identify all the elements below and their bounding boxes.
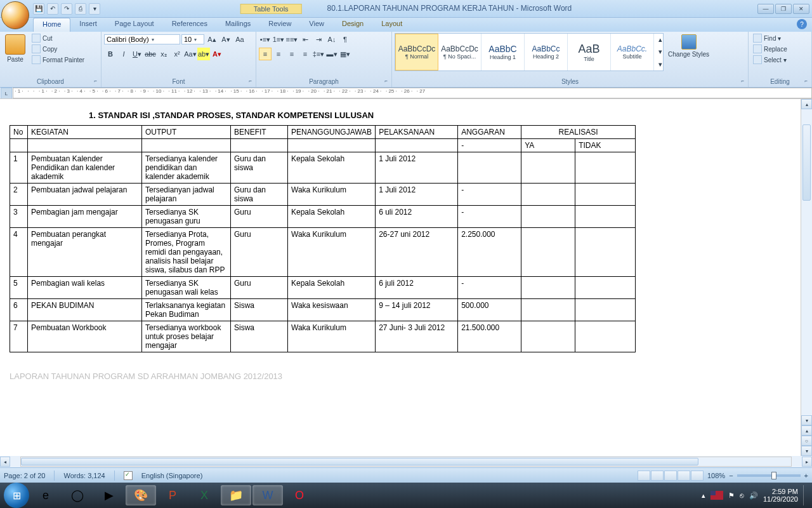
align-left-button[interactable]: ≡ bbox=[259, 48, 272, 60]
browse-object-icon[interactable]: ○ bbox=[801, 436, 812, 446]
status-page[interactable]: Page: 2 of 20 bbox=[4, 472, 45, 479]
change-case-button[interactable]: Aa▾ bbox=[184, 48, 197, 60]
zoom-out-button[interactable]: − bbox=[729, 472, 733, 479]
style-title[interactable]: AaBTitle bbox=[568, 34, 611, 70]
tab-insert[interactable]: Insert bbox=[70, 18, 106, 32]
cell-pel[interactable]: 26-27 uni 2012 bbox=[376, 228, 458, 277]
cell-ya[interactable] bbox=[521, 206, 575, 228]
select-button[interactable]: Select ▾ bbox=[751, 55, 789, 65]
horizontal-scrollbar[interactable]: ◂ ▸ bbox=[0, 456, 812, 467]
cell-tidak[interactable] bbox=[575, 206, 636, 228]
cell-benefit[interactable]: Guru bbox=[231, 206, 288, 228]
cell-ang[interactable]: - bbox=[458, 277, 521, 299]
horizontal-ruler[interactable]: L · 1 · · · · 1 · · 2 · · 3 · · 4 · · 5 … bbox=[0, 88, 812, 99]
style-no-spacing[interactable]: AaBbCcDc¶ No Spaci... bbox=[438, 34, 481, 70]
save-icon[interactable]: 💾 bbox=[33, 3, 44, 15]
cell-benefit[interactable]: Guru bbox=[231, 277, 288, 299]
zoom-thumb[interactable] bbox=[771, 472, 776, 479]
cell-pel[interactable]: 6 uli 2012 bbox=[376, 206, 458, 228]
cell-benefit[interactable]: Guru dan siswa bbox=[231, 184, 288, 206]
format-painter-button[interactable]: Format Painter bbox=[30, 55, 86, 65]
cell-pj[interactable]: Waka kesiswaan bbox=[288, 299, 376, 321]
multilevel-button[interactable]: ≡≡▾ bbox=[285, 33, 298, 46]
replace-button[interactable]: Replace bbox=[751, 44, 789, 54]
view-print-layout-button[interactable] bbox=[638, 471, 650, 481]
tray-action-center-icon[interactable]: ⚑ bbox=[728, 491, 735, 500]
zoom-value[interactable]: 108% bbox=[707, 472, 725, 479]
cell-no[interactable]: 3 bbox=[10, 206, 28, 228]
view-full-screen-button[interactable] bbox=[651, 471, 664, 481]
italic-button[interactable]: I bbox=[117, 48, 130, 60]
scroll-down-icon[interactable]: ▾ bbox=[801, 415, 812, 425]
scroll-up-icon[interactable]: ▴ bbox=[801, 99, 812, 109]
tab-review[interactable]: Review bbox=[259, 18, 300, 32]
zoom-in-button[interactable]: + bbox=[804, 472, 808, 479]
decrease-indent-button[interactable]: ⇤ bbox=[299, 33, 311, 46]
document-area[interactable]: 1. STANDAR ISI ,STANDAR PROSES, STANDAR … bbox=[0, 99, 801, 456]
style-normal[interactable]: AaBbCcDc¶ Normal bbox=[395, 34, 438, 70]
browse-next-icon[interactable]: ▾ bbox=[801, 446, 812, 456]
cell-tidak[interactable] bbox=[575, 299, 636, 321]
cell-ya[interactable] bbox=[521, 277, 575, 299]
tray-clock[interactable]: 2:59 PM 11/29/2020 bbox=[763, 488, 798, 503]
cell-output[interactable]: Tersedianya kalender pendidikan dan kale… bbox=[142, 152, 231, 184]
find-button[interactable]: Find ▾ bbox=[751, 33, 789, 43]
undo-icon[interactable]: ↶ bbox=[47, 3, 58, 15]
vertical-scrollbar[interactable]: ▴ ▾ ▴ ○ ▾ bbox=[801, 99, 812, 456]
cell-output[interactable]: Terlaksananya kegiatan Pekan Budiman bbox=[142, 299, 231, 321]
taskbar-media-icon[interactable]: ▶ bbox=[94, 485, 124, 505]
view-draft-button[interactable] bbox=[691, 471, 704, 481]
taskbar-excel-icon[interactable]: X bbox=[189, 485, 219, 505]
cell-pj[interactable]: Waka Kurikulum bbox=[288, 184, 376, 206]
tray-lang-icon[interactable] bbox=[710, 491, 723, 500]
zoom-slider[interactable] bbox=[737, 474, 801, 477]
hscroll-left-icon[interactable]: ◂ bbox=[0, 457, 10, 467]
cell-pj[interactable]: Kepala Sekolah bbox=[288, 206, 376, 228]
scroll-thumb[interactable] bbox=[802, 124, 811, 201]
line-spacing-button[interactable]: ‡≡▾ bbox=[312, 48, 325, 60]
cell-ang[interactable]: 21.500.000 bbox=[458, 321, 521, 352]
styles-gallery[interactable]: AaBbCcDc¶ Normal AaBbCcDc¶ No Spaci... A… bbox=[395, 33, 664, 71]
taskbar-opera-icon[interactable]: O bbox=[284, 485, 315, 505]
qat-customize-icon[interactable]: ▾ bbox=[89, 3, 100, 15]
status-language[interactable]: English (Singapore) bbox=[141, 472, 203, 479]
paste-button[interactable]: Paste bbox=[3, 33, 28, 64]
tray-network-icon[interactable]: ⎋ bbox=[740, 491, 744, 499]
cell-kegiatan[interactable]: Pembuatan Kalender Pendidikan dan kalend… bbox=[28, 152, 142, 184]
cell-kegiatan[interactable]: PEKAN BUDIMAN bbox=[28, 299, 142, 321]
taskbar-paint-icon[interactable]: 🎨 bbox=[126, 485, 156, 505]
font-size-combo[interactable]: 10 bbox=[181, 34, 204, 44]
cell-pel[interactable]: 9 – 14 juli 2012 bbox=[376, 299, 458, 321]
taskbar-explorer-icon[interactable]: 📁 bbox=[221, 485, 251, 505]
cell-ang[interactable]: - bbox=[458, 206, 521, 228]
cell-ya[interactable] bbox=[521, 321, 575, 352]
cell-kegiatan[interactable]: Pembuatan Workbook bbox=[28, 321, 142, 352]
show-marks-button[interactable]: ¶ bbox=[339, 33, 351, 46]
hscroll-right-icon[interactable]: ▸ bbox=[802, 457, 812, 467]
view-web-layout-button[interactable] bbox=[664, 471, 677, 481]
align-center-button[interactable]: ≡ bbox=[272, 48, 285, 60]
styles-down-button[interactable]: ▾ bbox=[654, 46, 667, 58]
start-button[interactable]: ⊞ bbox=[4, 483, 29, 508]
show-desktop-button[interactable] bbox=[803, 485, 808, 505]
increase-indent-button[interactable]: ⇥ bbox=[312, 33, 325, 46]
ruler-corner[interactable]: L bbox=[1, 88, 12, 99]
tab-view[interactable]: View bbox=[300, 18, 333, 32]
help-icon[interactable]: ? bbox=[797, 19, 807, 29]
cell-output[interactable]: Tersedianyan jadwal pelajaran bbox=[142, 184, 231, 206]
cell-ya[interactable] bbox=[521, 299, 575, 321]
restore-button[interactable]: ❐ bbox=[775, 4, 792, 14]
subscript-button[interactable]: x₂ bbox=[157, 48, 170, 60]
minimize-button[interactable]: — bbox=[757, 4, 774, 14]
cell-ya[interactable] bbox=[521, 228, 575, 277]
cell-ang[interactable]: - bbox=[458, 184, 521, 206]
tab-layout[interactable]: Layout bbox=[372, 18, 411, 32]
cell-no[interactable]: 6 bbox=[10, 299, 28, 321]
styles-more-button[interactable]: ▾ bbox=[654, 58, 667, 70]
cell-no[interactable]: 4 bbox=[10, 228, 28, 277]
cell-ang[interactable]: 2.250.000 bbox=[458, 228, 521, 277]
cell-pel[interactable]: 1 Juli 2012 bbox=[376, 184, 458, 206]
cell-benefit[interactable]: Guru bbox=[231, 228, 288, 277]
justify-button[interactable]: ≡ bbox=[299, 48, 311, 60]
cell-benefit[interactable]: Siswa bbox=[231, 321, 288, 352]
